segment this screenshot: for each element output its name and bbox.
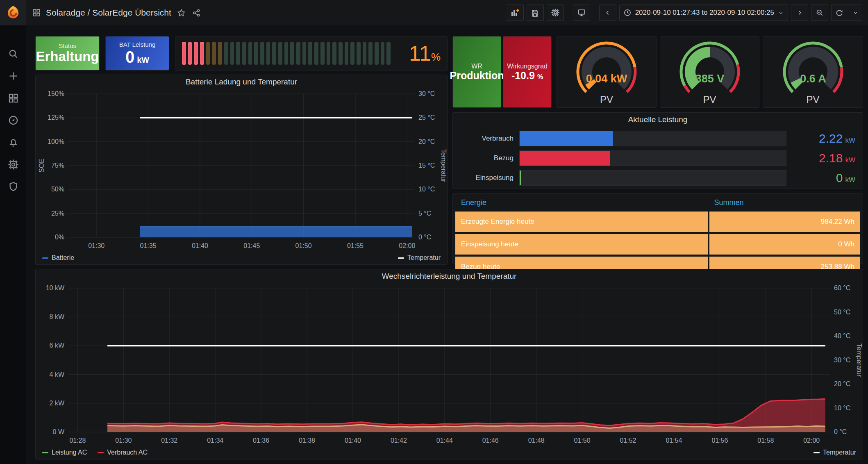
dashboard-settings-button[interactable] — [547, 5, 564, 21]
x-tick-label: 01:52 — [620, 437, 636, 444]
refresh-button[interactable] — [831, 5, 862, 21]
column-header-summen[interactable]: Summen — [709, 198, 861, 207]
led-cell — [188, 42, 192, 65]
bar-label: Einspeisung — [453, 174, 519, 182]
legend-item-Verbrauch AC[interactable]: Verbrauch AC — [98, 449, 148, 456]
pv-power-gauge-panel[interactable]: 0.04 kW PV — [557, 36, 657, 108]
legend-item-Batterie[interactable]: Batterie — [42, 254, 74, 262]
led-cell — [308, 42, 312, 65]
add-panel-button[interactable] — [506, 5, 524, 21]
sidebar-configuration-button[interactable] — [0, 153, 26, 175]
grafana-dashboard: Solaradge / SolarEdge Übersicht — [0, 0, 868, 464]
gauge: 0.6 A — [765, 38, 861, 96]
panel-title[interactable]: Aktuelle Leistung — [453, 113, 863, 127]
panel-title[interactable]: Batterie Ladung und Temperatur — [36, 75, 447, 89]
y-right-tick-label: 40 °C — [834, 332, 850, 339]
x-tick-label: 01:44 — [436, 437, 453, 444]
legend-item-Temperatur[interactable]: Temperatur — [813, 449, 856, 456]
stat-value: Produktion — [450, 70, 504, 82]
dashboard-title[interactable]: Solaradge / SolarEdge Übersicht — [46, 8, 171, 18]
legend-color-dash — [42, 257, 48, 259]
bell-icon — [8, 137, 19, 148]
x-tick-label: 01:50 — [574, 437, 591, 444]
legend-label: Leistung AC — [52, 449, 87, 456]
y-left-tick-label: 0% — [55, 234, 64, 241]
led-cell — [357, 42, 361, 65]
y-left-tick-label: 8 kW — [50, 313, 65, 320]
x-tick-label: 01:30 — [115, 437, 132, 444]
led-cell — [314, 42, 318, 65]
search-icon — [8, 48, 19, 59]
wr-produktion-stat-panel[interactable]: WR Produktion — [452, 36, 501, 108]
share-icon[interactable] — [192, 9, 201, 17]
bar-track — [519, 150, 786, 166]
bar-fill — [520, 131, 613, 146]
status-stat-panel[interactable]: Status Erhaltung — [35, 36, 100, 71]
x-tick-label: 01:32 — [161, 437, 177, 444]
bar-fill — [520, 151, 610, 166]
y-left-tick-label: 100% — [48, 138, 64, 145]
legend-item-Leistung AC[interactable]: Leistung AC — [42, 449, 87, 456]
x-tick-label: 01:36 — [253, 437, 269, 444]
x-tick-label: 01:30 — [88, 242, 105, 249]
star-icon[interactable] — [177, 9, 186, 17]
save-dashboard-button[interactable] — [527, 5, 544, 21]
led-cell — [284, 42, 289, 65]
pv-voltage-gauge-panel[interactable]: 385 V PV — [660, 36, 759, 108]
time-range-picker[interactable]: 2020-09-10 01:27:43 to 2020-09-10 02:00:… — [619, 5, 788, 21]
sidebar-search-button[interactable] — [0, 43, 26, 65]
legend-color-dash — [813, 452, 820, 453]
led-cell — [381, 42, 385, 65]
led-cell — [212, 42, 216, 65]
stat-label: Wirkungsgrad — [507, 63, 548, 70]
table-cell-label: Erzeugte Energie heute — [455, 212, 708, 232]
time-forward-button[interactable] — [791, 5, 808, 21]
led-cell — [242, 42, 246, 65]
y-right-tick-label: 20 °C — [418, 138, 435, 145]
gauge-value: 385 V — [695, 73, 724, 85]
gauge-value-arc — [795, 80, 799, 86]
battery-chart[interactable]: 01:3001:3501:4001:4501:5001:5502:000%25%… — [36, 89, 447, 252]
bat-leistung-stat-panel[interactable]: BAT Leistung 0kW — [105, 36, 169, 71]
sidebar-explore-button[interactable] — [0, 109, 26, 131]
pv-current-gauge-panel[interactable]: 0.6 A PV — [763, 36, 863, 108]
table-cell-value: 984.22 Wh — [709, 212, 860, 232]
y-right-tick-label: 5 °C — [418, 210, 431, 217]
soe-value: 11% — [396, 41, 441, 66]
kiosk-mode-button[interactable] — [573, 5, 590, 21]
led-cell — [350, 42, 354, 65]
grafana-logo[interactable] — [0, 0, 26, 25]
shield-icon — [8, 181, 19, 192]
inverter-chart[interactable]: 01:2801:3001:3201:3401:3601:3801:4001:42… — [36, 283, 863, 447]
table-cell-label: Einspeisung heute — [455, 234, 708, 255]
led-cell — [200, 42, 204, 65]
sidebar-server-admin-button[interactable] — [0, 175, 26, 198]
led-cell — [266, 42, 270, 65]
y-left-tick-label: 10 kW — [46, 284, 65, 291]
sidebar-alerting-button[interactable] — [0, 131, 26, 153]
caret-down-icon — [852, 10, 859, 16]
y-left-tick-label: 50% — [51, 186, 64, 193]
y-left-tick-label: 2 kW — [50, 400, 65, 407]
x-tick-label: 01:56 — [711, 437, 728, 444]
table-rows: Erzeugte Energie heute984.22 WhEinspeisu… — [455, 212, 860, 277]
wirkungsgrad-stat-panel[interactable]: Wirkungsgrad -10.9% — [503, 36, 552, 108]
led-cells — [182, 42, 391, 65]
navbar: Solaradge / SolarEdge Übersicht — [26, 0, 868, 25]
x-tick-label: 01:58 — [757, 437, 774, 444]
column-header-energie[interactable]: Energie — [455, 198, 709, 207]
legend-item-Temperatur[interactable]: Temperatur — [398, 254, 441, 262]
time-back-button[interactable] — [599, 5, 616, 21]
apps-grid-icon[interactable] — [32, 8, 41, 17]
bar-gauge-row: Einspeisung0kW — [453, 170, 863, 186]
zoom-out-time-button[interactable] — [811, 5, 828, 21]
legend-label: Temperatur — [407, 254, 441, 262]
gear-icon — [551, 8, 560, 17]
led-cell — [332, 42, 336, 65]
sidebar-dashboards-button[interactable] — [0, 87, 26, 109]
soe-led-gauge-panel[interactable]: 11% — [175, 36, 448, 71]
sidebar-create-button[interactable] — [0, 65, 26, 87]
table-row: Erzeugte Energie heute984.22 Wh — [455, 212, 860, 232]
panel-title[interactable]: Wechselrichterleistung und Temperatur — [36, 269, 863, 283]
led-cell — [327, 42, 331, 65]
